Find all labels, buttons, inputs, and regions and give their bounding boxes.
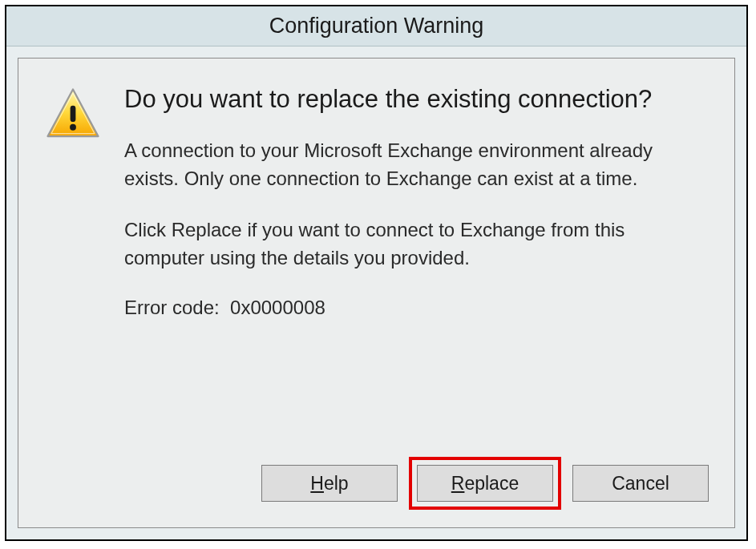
cancel-button[interactable]: Cancel [572, 465, 709, 502]
paragraph-2: Click Replace if you want to connect to … [124, 216, 709, 272]
help-button-rest: elp [324, 473, 349, 494]
help-button[interactable]: Help [261, 465, 398, 502]
main-question: Do you want to replace the existing conn… [124, 83, 709, 116]
cancel-button-label: Cancel [612, 473, 669, 495]
text-column: Do you want to replace the existing conn… [124, 83, 709, 319]
warning-icon [44, 86, 102, 143]
replace-button[interactable]: Replace [417, 465, 553, 502]
paragraph-1: A connection to your Microsoft Exchange … [124, 137, 709, 193]
error-code-line: Error code: 0x0000008 [124, 297, 709, 319]
dialog-title: Configuration Warning [269, 14, 484, 38]
message-row: Do you want to replace the existing conn… [44, 83, 709, 319]
error-code-value: 0x0000008 [230, 297, 325, 318]
replace-button-mnemonic: R [451, 473, 465, 494]
svg-point-1 [70, 124, 76, 131]
replace-button-rest: eplace [464, 473, 519, 494]
replace-highlight: Replace [409, 457, 561, 510]
dialog-titlebar: Configuration Warning [6, 6, 746, 46]
error-label: Error code: [124, 297, 220, 318]
dialog-content: Do you want to replace the existing conn… [18, 58, 735, 528]
help-button-mnemonic: H [310, 473, 324, 494]
button-row: Help Replace Cancel [44, 457, 709, 510]
svg-rect-0 [71, 106, 76, 122]
configuration-warning-dialog: Configuration Warning [5, 5, 748, 541]
